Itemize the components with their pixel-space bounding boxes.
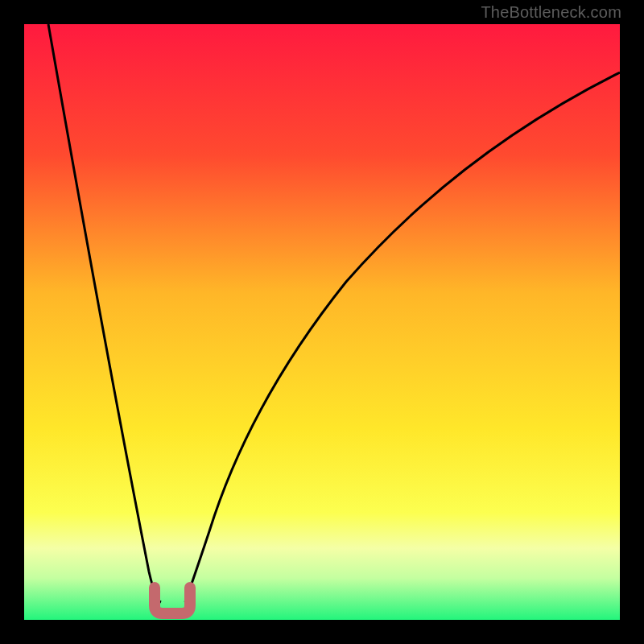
bottleneck-minimum-marker bbox=[155, 588, 190, 613]
plot-area bbox=[24, 24, 620, 620]
bottleneck-curve-left bbox=[48, 24, 161, 602]
watermark-text: TheBottleneck.com bbox=[481, 3, 621, 22]
chart-frame: TheBottleneck.com bbox=[0, 0, 644, 644]
curve-layer bbox=[24, 24, 620, 620]
bottleneck-curve-right bbox=[185, 72, 620, 602]
